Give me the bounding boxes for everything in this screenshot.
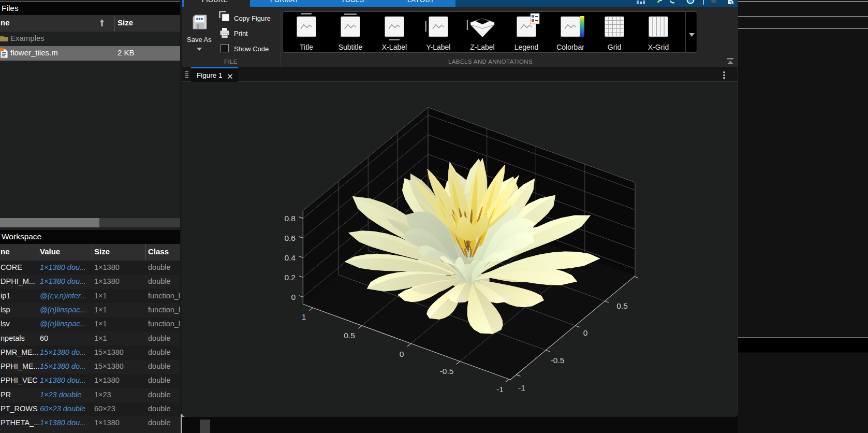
svg-text:0: 0 [583,328,588,337]
svg-text:Grid: Grid [608,43,621,51]
svg-text:X-Label: X-Label [382,43,407,51]
svg-text:-0.5: -0.5 [440,367,454,376]
svg-text:0.4: 0.4 [284,253,296,262]
svg-text:Z-Label: Z-Label [470,43,494,51]
svg-text:-1: -1 [496,385,504,394]
svg-text:Subtitle: Subtitle [339,43,363,51]
svg-text:Title: Title [300,43,313,51]
svg-text:0.5: 0.5 [616,301,628,310]
svg-text:0.2: 0.2 [284,273,296,282]
svg-text:0.5: 0.5 [344,331,355,340]
svg-text:Y-Label: Y-Label [426,43,451,51]
svg-text:1: 1 [302,312,306,321]
svg-text:X-Grid: X-Grid [648,43,669,51]
svg-text:-1: -1 [518,383,525,392]
svg-text:0.6: 0.6 [284,234,296,242]
svg-text:-0.5: -0.5 [551,356,565,365]
svg-text:Legend: Legend [514,43,539,51]
svg-text:0: 0 [291,293,296,301]
svg-text:Colorbar: Colorbar [556,43,584,51]
svg-text:0.8: 0.8 [284,214,296,223]
svg-text:0: 0 [400,350,404,358]
